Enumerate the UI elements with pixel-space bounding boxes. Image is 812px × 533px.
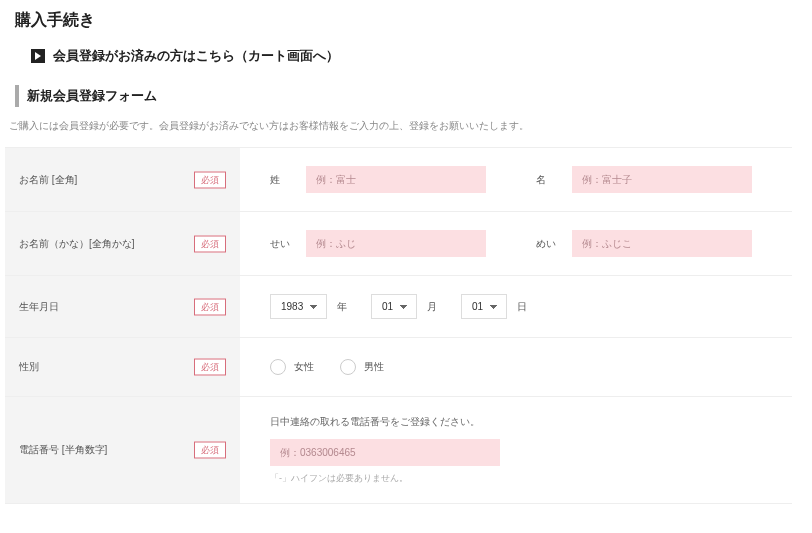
day-unit: 日	[517, 300, 527, 314]
login-link-label: 会員登録がお済みの方はこちら（カート画面へ）	[53, 47, 339, 65]
phone-input[interactable]	[270, 439, 500, 466]
page-title: 購入手続き	[15, 10, 792, 31]
gender-male-radio[interactable]: 男性	[340, 359, 384, 375]
section-title: 新規会員登録フォーム	[15, 85, 792, 107]
birth-month-select[interactable]: 01	[371, 294, 417, 319]
arrow-right-icon	[31, 49, 45, 63]
registration-form-table: お名前 [全角] 必須 姓 名 お名前（かな）[全角かな] 必須 せい	[5, 147, 792, 504]
birth-label-text: 生年月日	[19, 301, 59, 312]
kana-label-text: お名前（かな）[全角かな]	[19, 238, 135, 249]
gender-label-text: 性別	[19, 361, 39, 372]
required-badge: 必須	[194, 442, 226, 459]
radio-icon	[340, 359, 356, 375]
required-badge: 必須	[194, 298, 226, 315]
month-unit: 月	[427, 300, 437, 314]
year-unit: 年	[337, 300, 347, 314]
phone-note: 日中連絡の取れる電話番号をご登録ください。	[270, 415, 778, 429]
gender-female-radio[interactable]: 女性	[270, 359, 314, 375]
sei-label: 姓	[270, 173, 296, 187]
required-badge: 必須	[194, 359, 226, 376]
kana-mei-label: めい	[536, 237, 562, 251]
name-row-label: お名前 [全角] 必須	[5, 148, 240, 212]
mei-label: 名	[536, 173, 562, 187]
login-link[interactable]: 会員登録がお済みの方はこちら（カート画面へ）	[31, 47, 792, 65]
required-badge: 必須	[194, 235, 226, 252]
kana-sei-label: せい	[270, 237, 296, 251]
first-name-input[interactable]	[572, 166, 752, 193]
section-description: ご購入には会員登録が必要です。会員登録がお済みでない方はお客様情報をご入力の上、…	[9, 119, 792, 133]
last-name-kana-input[interactable]	[306, 230, 486, 257]
required-badge: 必須	[194, 171, 226, 188]
birth-row-label: 生年月日 必須	[5, 276, 240, 338]
last-name-input[interactable]	[306, 166, 486, 193]
phone-label-text: 電話番号 [半角数字]	[19, 444, 107, 455]
birth-day-select[interactable]: 01	[461, 294, 507, 319]
name-label-text: お名前 [全角]	[19, 174, 77, 185]
kana-row-label: お名前（かな）[全角かな] 必須	[5, 212, 240, 276]
gender-row-label: 性別 必須	[5, 338, 240, 397]
phone-hint: 「-」ハイフンは必要ありません。	[270, 472, 778, 485]
male-label: 男性	[364, 360, 384, 374]
phone-row-label: 電話番号 [半角数字] 必須	[5, 397, 240, 504]
first-name-kana-input[interactable]	[572, 230, 752, 257]
female-label: 女性	[294, 360, 314, 374]
birth-year-select[interactable]: 1983	[270, 294, 327, 319]
radio-icon	[270, 359, 286, 375]
